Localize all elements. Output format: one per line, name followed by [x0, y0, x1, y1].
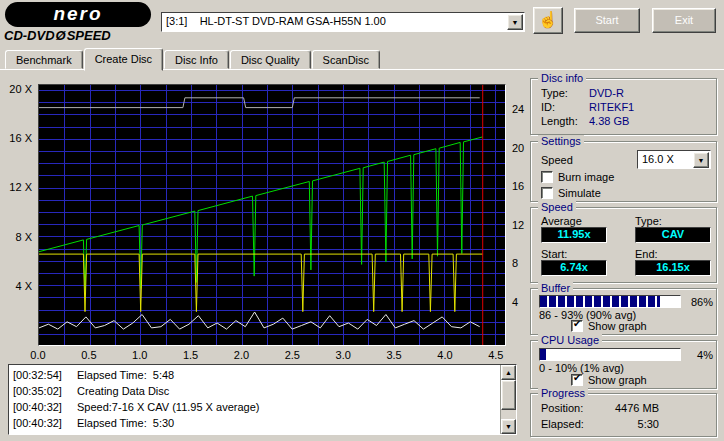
axis-tick: 12 [512, 219, 524, 231]
disc-length-label: Length: [541, 115, 578, 127]
axis-tick: 12 X [9, 181, 32, 193]
axis-tick: 4.0 [437, 349, 452, 361]
speed-chart [38, 84, 506, 346]
disc-info-title: Disc info [538, 72, 586, 85]
start-speed-value: 6.74x [541, 260, 607, 276]
position-label: Position: [541, 402, 583, 414]
axis-tick: 8 [512, 257, 518, 269]
disc-type-label: Type: [541, 87, 568, 99]
cpu-show-graph-checkbox[interactable] [571, 374, 583, 386]
cpu-show-graph-label: Show graph [588, 374, 647, 386]
log-entry: [00:32:54]Elapsed Time: 5:48 [13, 367, 497, 383]
tab-bar: Benchmark Create Disc Disc Info Disc Qua… [0, 47, 724, 69]
cpu-usage-panel: CPU Usage 4% 0 - 10% (1% avg) Show graph [530, 340, 717, 389]
tab-disc-quality[interactable]: Disc Quality [230, 50, 311, 69]
burn-image-label: Burn image [558, 171, 614, 183]
progress-panel: Progress Position: 4476 MB Elapsed: 5:30 [530, 393, 717, 437]
capacity-axis: 0.00.51.01.52.02.53.03.54.04.5 [38, 349, 506, 362]
elapsed-label: Elapsed: [541, 418, 584, 430]
log-scrollbar[interactable]: ▲ ▼ [500, 365, 516, 434]
cpu-bar [539, 348, 681, 361]
end-speed-label: End: [635, 248, 658, 260]
eject-load-button[interactable]: ☝ [533, 7, 563, 34]
axis-tick: 4 [512, 296, 518, 308]
tab-benchmark[interactable]: Benchmark [5, 50, 83, 69]
disc-info-panel: Disc info Type: DVD-R ID: RITEKF1 Length… [530, 78, 717, 135]
buffer-show-graph-label: Show graph [588, 320, 647, 332]
secondary-speed-line [39, 254, 483, 312]
chevron-down-icon[interactable]: ▼ [507, 14, 523, 30]
buffer-bar [539, 295, 681, 308]
settings-title: Settings [538, 135, 584, 148]
scroll-down-icon[interactable]: ▼ [501, 419, 516, 434]
cd-dvd-speed-wordmark: CD-DVDØSPEED [4, 28, 164, 44]
speed-select-value: 16.0 X [642, 153, 674, 165]
axis-tick: 3.0 [336, 349, 351, 361]
exit-button[interactable]: Exit [652, 8, 716, 33]
average-speed-value: 11.95x [541, 227, 607, 243]
cpu-usage-title: CPU Usage [538, 334, 602, 347]
buffer-show-graph-checkbox[interactable] [571, 320, 583, 332]
cpu-show-graph-option: Show graph [571, 374, 647, 386]
disc-id-value: RITEKF1 [589, 101, 634, 113]
scrollbar-thumb[interactable] [501, 380, 516, 410]
burn-image-option: Burn image [541, 171, 614, 183]
end-speed-value: 16.15x [635, 260, 711, 276]
progress-title: Progress [538, 387, 588, 400]
chevron-down-icon[interactable]: ▼ [693, 152, 709, 168]
drive-select[interactable]: [3:1] HL-DT-ST DVD-RAM GSA-H55N 1.00 ▼ [161, 12, 525, 32]
axis-tick: 24 [512, 103, 524, 115]
cpu-range-text: 0 - 10% (1% avg) [539, 362, 624, 374]
tab-create-disc[interactable]: Create Disc [84, 48, 163, 71]
disc-type-value: DVD-R [589, 87, 624, 99]
average-label: Average [541, 215, 582, 227]
axis-tick: 20 X [9, 83, 32, 95]
speed-select[interactable]: 16.0 X ▼ [637, 150, 711, 169]
log-entry: [00:40:32]Speed:7-16 X CAV (11.95 X aver… [13, 399, 497, 415]
header-toolbar: nero CD-DVDØSPEED [3:1] HL-DT-ST DVD-RAM… [0, 0, 724, 46]
axis-tick: 16 X [9, 132, 32, 144]
start-button[interactable]: Start [574, 8, 640, 33]
tab-disc-info[interactable]: Disc Info [164, 50, 229, 69]
speed-axis-right: 2420161284 [509, 84, 531, 346]
axis-tick: 3.5 [386, 349, 401, 361]
start-speed-label: Start: [541, 248, 567, 260]
burn-image-checkbox[interactable] [541, 171, 553, 183]
axis-tick: 0.5 [81, 349, 96, 361]
speed-select-label: Speed [541, 154, 573, 166]
simulate-checkbox[interactable] [541, 187, 553, 199]
disc-id-label: ID: [541, 101, 555, 113]
buffer-title: Buffer [538, 282, 573, 295]
disc-icon: Ø [55, 28, 67, 43]
simulate-label: Simulate [558, 187, 601, 199]
axis-tick: 4.5 [488, 349, 503, 361]
cpu-usage-line [39, 312, 480, 329]
axis-tick: 0.0 [30, 349, 45, 361]
tab-scandisc[interactable]: ScanDisc [312, 50, 380, 69]
write-speed-line [39, 137, 483, 295]
buffer-bar-fill [540, 296, 660, 307]
axis-tick: 1.0 [132, 349, 147, 361]
speed-panel-title: Speed [538, 201, 576, 214]
scroll-up-icon[interactable]: ▲ [501, 365, 516, 380]
buffer-show-graph-option: Show graph [571, 320, 647, 332]
nero-cd-dvd-speed-window: { "header": { "logo_main": "nero", "logo… [0, 0, 724, 441]
axis-tick: 2.0 [234, 349, 249, 361]
type-label: Type: [635, 215, 662, 227]
axis-tick: 2.5 [285, 349, 300, 361]
log-listbox[interactable]: [00:32:54]Elapsed Time: 5:48 [00:35:02]C… [8, 364, 517, 435]
log-entry: [00:40:32]Elapsed Time: 5:30 [13, 415, 497, 431]
axis-tick: 8 X [15, 231, 32, 243]
hand-icon: ☝ [538, 11, 558, 28]
simulate-option: Simulate [541, 187, 601, 199]
speed-axis-left: 20 X16 X12 X8 X4 X [0, 84, 36, 346]
cpu-bar-fill [540, 349, 546, 360]
position-value: 4476 MB [587, 402, 659, 414]
drive-select-value: [3:1] HL-DT-ST DVD-RAM GSA-H55N 1.00 [166, 15, 386, 27]
buffer-panel: Buffer 86% 86 - 93% (90% avg) Show graph [530, 288, 717, 335]
axis-tick: 1.5 [183, 349, 198, 361]
nero-wordmark: nero [5, 2, 151, 27]
cpu-percent: 4% [681, 349, 713, 361]
log-lines: [00:32:54]Elapsed Time: 5:48 [00:35:02]C… [13, 367, 497, 432]
axis-tick: 4 X [15, 280, 32, 292]
